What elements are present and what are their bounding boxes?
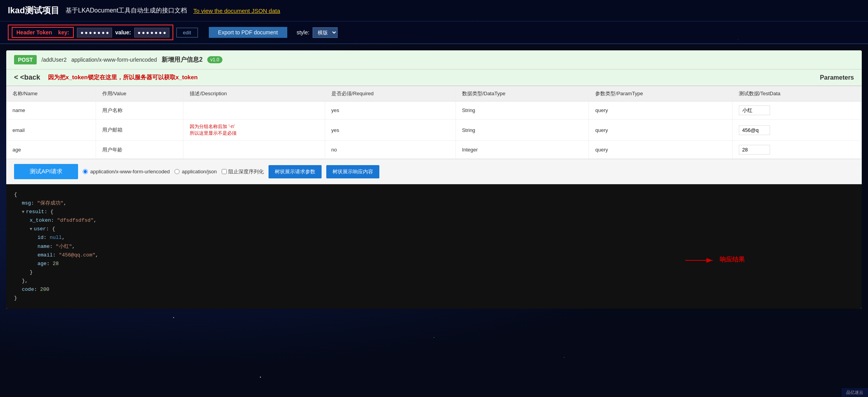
- cell-datatype: String: [455, 119, 589, 141]
- bottom-brand: 品亿迷云: [846, 390, 863, 395]
- cell-value: 用户名称: [96, 101, 183, 119]
- json-line-1: {: [14, 190, 854, 199]
- test-data-input[interactable]: [739, 145, 770, 155]
- cell-testdata: [732, 101, 861, 119]
- cell-datatype: Integer: [455, 141, 589, 159]
- col-value: 作用/Value: [96, 86, 183, 101]
- cell-name: name: [6, 101, 96, 119]
- tree-response-button[interactable]: 树状展示响应内容: [326, 165, 379, 178]
- cell-datatype: String: [455, 101, 589, 119]
- nav-annotation: 因为把x_token锁定在这里，所以服务器可以获取x_token: [48, 74, 197, 81]
- main-content: POST /addUser2 application/x-www-form-ur…: [6, 50, 862, 309]
- params-table: 名称/Name 作用/Value 描述/Description 是否必须/Req…: [6, 86, 862, 159]
- table-row: email 用户邮箱 因为分组名称后加 '-n'所以这里显示不是必须 yes S…: [6, 119, 862, 141]
- token-label: Header Token key:: [12, 27, 74, 38]
- col-datatype: 数据类型/DataType: [455, 86, 589, 101]
- cell-paramtype: query: [589, 141, 732, 159]
- radio-json-label: application/json: [182, 169, 217, 174]
- response-label: 响应结果: [720, 255, 745, 265]
- json-link[interactable]: To view the document JSON data: [193, 7, 280, 14]
- radio-urlencoded-input[interactable]: [83, 169, 88, 174]
- cell-value: 用户年龄: [96, 141, 183, 159]
- json-output: { msg: "保存成功", ▼result: { x_token: "dfsd…: [6, 184, 862, 309]
- bottom-bar: 品亿迷云: [841, 388, 868, 397]
- json-line-5: ▼user: {: [30, 225, 854, 233]
- export-pdf-button[interactable]: Export to PDF document: [209, 27, 287, 38]
- cell-required: no: [325, 141, 455, 159]
- col-paramtype: 参数类型/ParamType: [589, 86, 732, 101]
- action-bar: 测试API请求 application/x-www-form-urlencode…: [6, 159, 862, 184]
- checkbox-deep-serialize-input[interactable]: [222, 169, 227, 174]
- cell-description: [183, 141, 325, 159]
- cell-name: email: [6, 119, 96, 141]
- style-select[interactable]: 横版 竖版: [313, 27, 338, 38]
- token-key-input[interactable]: [77, 28, 112, 37]
- app-subtitle: 基于LKADocument工具自动生成的接口文档: [66, 7, 187, 15]
- json-line-2: msg: "保存成功",: [22, 199, 854, 208]
- json-line-6: id: null,: [37, 233, 854, 242]
- checkbox-deep-serialize[interactable]: 阻止深度序列化: [222, 168, 264, 175]
- cell-name: age: [6, 141, 96, 159]
- cell-paramtype: query: [589, 119, 732, 141]
- cell-value: 用户邮箱: [96, 119, 183, 141]
- json-line-11: },: [22, 277, 854, 285]
- token-bar: Header Token key: value: edit Export to …: [0, 21, 868, 44]
- json-line-10: }: [30, 268, 854, 277]
- app-title: lkad测试项目: [8, 5, 59, 16]
- api-header: POST /addUser2 application/x-www-form-ur…: [6, 50, 862, 69]
- test-data-input[interactable]: [739, 125, 770, 135]
- radio-json[interactable]: application/json: [174, 169, 217, 174]
- cell-description: [183, 101, 325, 119]
- params-label: Parameters: [820, 74, 854, 81]
- table-row: age 用户年龄 no Integer query: [6, 141, 862, 159]
- tree-request-button[interactable]: 树状展示请求参数: [269, 165, 322, 178]
- method-badge: POST: [14, 55, 37, 64]
- response-annotation: 响应结果: [685, 255, 745, 266]
- col-name: 名称/Name: [6, 86, 96, 101]
- table-row: name 用户名称 yes String query: [6, 101, 862, 119]
- version-badge: v1.0: [207, 56, 222, 63]
- cell-testdata: [732, 141, 861, 159]
- api-content-type: application/x-www-form-urlencoded: [71, 57, 157, 63]
- api-title: 新增用户信息2: [162, 56, 203, 64]
- json-line-13: }: [14, 294, 854, 303]
- radio-json-input[interactable]: [174, 169, 180, 174]
- radio-form-urlencoded[interactable]: application/x-www-form-urlencoded: [83, 169, 170, 174]
- json-line-7: name: "小红",: [37, 242, 854, 251]
- col-description: 描述/Description: [183, 86, 325, 101]
- json-line-3: ▼result: {: [22, 208, 854, 216]
- radio-urlencoded-label: application/x-www-form-urlencoded: [90, 169, 170, 174]
- token-value-input[interactable]: [134, 28, 169, 37]
- cell-required: yes: [325, 101, 455, 119]
- json-line-12: code: 200: [22, 285, 854, 294]
- cell-paramtype: query: [589, 101, 732, 119]
- table-header-row: 名称/Name 作用/Value 描述/Description 是否必须/Req…: [6, 86, 862, 101]
- header: lkad测试项目 基于LKADocument工具自动生成的接口文档 To vie…: [0, 0, 868, 21]
- test-data-input[interactable]: [739, 105, 770, 115]
- checkbox-deep-serialize-label: 阻止深度序列化: [228, 168, 264, 175]
- col-required: 是否必须/Required: [325, 86, 455, 101]
- cell-description: 因为分组名称后加 '-n'所以这里显示不是必须: [183, 119, 325, 141]
- cell-required: yes: [325, 119, 455, 141]
- test-api-button[interactable]: 测试API请求: [14, 164, 78, 179]
- back-link[interactable]: < <back: [14, 73, 40, 82]
- style-label: style:: [297, 29, 309, 36]
- token-border-box: Header Token key: value:: [8, 25, 173, 40]
- api-path: /addUser2: [41, 57, 67, 63]
- cell-testdata: [732, 119, 861, 141]
- token-value-label: value:: [115, 29, 131, 36]
- nav-row: < <back 因为把x_token锁定在这里，所以服务器可以获取x_token…: [6, 69, 862, 86]
- edit-button[interactable]: edit: [176, 28, 198, 37]
- col-testdata: 测试数据/TestData: [732, 86, 861, 101]
- json-line-4: x_token: "dfsdfsdfsd",: [30, 216, 854, 225]
